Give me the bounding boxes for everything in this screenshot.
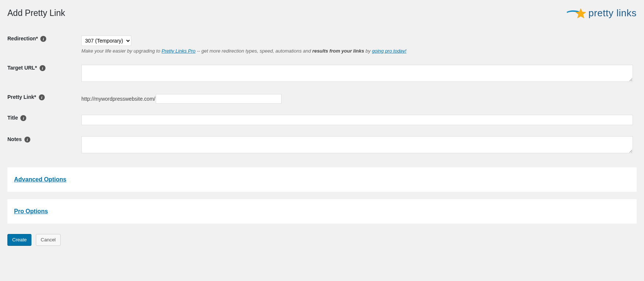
pro-options-panel: Pro Options — [7, 199, 637, 224]
redirection-label: Redirection* — [7, 36, 38, 41]
title-input[interactable] — [81, 115, 633, 125]
advanced-options-toggle[interactable]: Advanced Options — [14, 176, 66, 183]
cancel-button[interactable]: Cancel — [36, 234, 60, 246]
pretty-links-pro-link[interactable]: Pretty Links Pro — [162, 48, 196, 54]
info-icon[interactable]: i — [20, 115, 26, 121]
brand-logo-text: pretty links — [589, 7, 637, 19]
page-title: Add Pretty Link — [7, 8, 65, 18]
title-label: Title — [7, 115, 18, 121]
info-icon[interactable]: i — [40, 65, 45, 71]
url-prefix: http://mywordpresswebsite.com/ — [81, 96, 155, 102]
brand-logo: pretty links — [566, 7, 637, 19]
notes-input[interactable] — [81, 136, 633, 153]
redirection-select[interactable]: 307 (Temporary) — [81, 36, 131, 46]
advanced-options-panel: Advanced Options — [7, 167, 637, 192]
pro-options-toggle[interactable]: Pro Options — [14, 208, 48, 214]
target-url-label: Target URL* — [7, 65, 37, 71]
redirection-upgrade-text: Make your life easier by upgrading to Pr… — [81, 48, 633, 54]
info-icon[interactable]: i — [24, 137, 30, 143]
create-button[interactable]: Create — [7, 234, 31, 246]
going-pro-link[interactable]: going pro today! — [372, 48, 406, 54]
pretty-link-label: Pretty Link* — [7, 94, 36, 100]
target-url-input[interactable] — [81, 65, 633, 82]
info-icon[interactable]: i — [40, 36, 46, 42]
notes-label: Notes — [7, 136, 22, 142]
pretty-link-slug-input[interactable] — [156, 94, 281, 104]
info-icon[interactable]: i — [39, 94, 45, 100]
star-swoosh-icon — [566, 8, 586, 19]
